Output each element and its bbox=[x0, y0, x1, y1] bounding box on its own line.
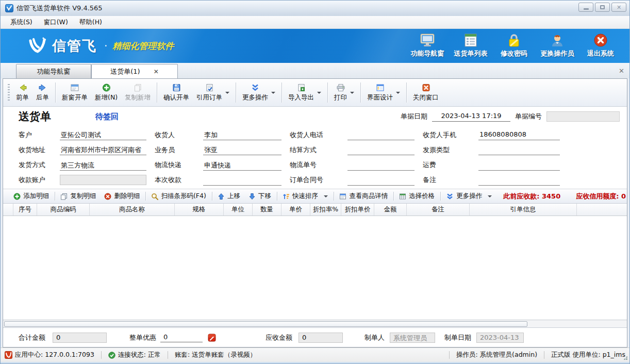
more-actions-button[interactable]: 更多操作 bbox=[239, 80, 279, 105]
column-header-price[interactable]: 单价 bbox=[281, 204, 310, 216]
detail-toolbar: 添加明细 复制明细 删除明细 扫描条形码(F4) 上移 bbox=[3, 189, 627, 204]
title-bar: 信管飞送货单软件 V9.4.565 ✕ bbox=[1, 1, 629, 16]
column-header-ref-info[interactable]: 引单信息 bbox=[470, 204, 577, 216]
maximize-icon bbox=[600, 5, 605, 9]
made-date-label: 制单日期 bbox=[444, 333, 471, 342]
column-header-remark[interactable]: 备注 bbox=[407, 204, 470, 216]
order-discount-label: 整单优惠 bbox=[129, 333, 156, 342]
add-detail-button[interactable]: 添加明细 bbox=[9, 189, 53, 203]
scan-barcode-button[interactable]: 扫描条形码(F4) bbox=[147, 189, 210, 203]
confirm-order-button[interactable]: 确认开单 bbox=[160, 80, 193, 105]
order-no-field[interactable] bbox=[546, 111, 620, 122]
consignee-mobile-field[interactable]: 18608080808 bbox=[478, 129, 560, 140]
scrollbar-thumb[interactable] bbox=[4, 321, 527, 327]
made-date-field: 2023-04-13 bbox=[476, 333, 524, 343]
window-frame-edge bbox=[1, 362, 629, 363]
copy-detail-button[interactable]: 复制明细 bbox=[56, 189, 100, 203]
field-label: 业务员 bbox=[155, 145, 195, 155]
add-icon bbox=[102, 84, 111, 92]
new-window-order-button[interactable]: 新窗开单 bbox=[58, 80, 91, 105]
consignee-field[interactable]: 李加 bbox=[203, 129, 281, 140]
status-separator bbox=[168, 351, 168, 359]
prev-order-button[interactable]: 前单 bbox=[12, 80, 32, 105]
remark-field[interactable] bbox=[478, 175, 560, 186]
list-icon bbox=[463, 34, 478, 47]
menu-help[interactable]: 帮助(H) bbox=[74, 16, 108, 28]
courier-field[interactable]: 申通快递 bbox=[203, 160, 281, 171]
next-order-button[interactable]: 后单 bbox=[32, 80, 53, 105]
reference-order-button[interactable]: 引用订单 bbox=[193, 80, 233, 105]
banner-action-exit[interactable]: 退出系统 bbox=[579, 34, 622, 58]
maximize-button[interactable] bbox=[595, 3, 610, 12]
order-date-field[interactable]: 2023-04-13 17:19 bbox=[432, 112, 510, 122]
banner-action-order-list[interactable]: 送货单列表 bbox=[449, 34, 492, 58]
quick-sort-button[interactable]: 快速排序 bbox=[278, 189, 332, 203]
contract-no-field[interactable] bbox=[347, 175, 415, 186]
order-discount-field[interactable]: 0 bbox=[160, 333, 203, 342]
status-separator bbox=[449, 351, 450, 359]
detail-more-actions-button[interactable]: 更多操作 bbox=[442, 189, 496, 203]
edition-status: 正式版 使用单位: p1_ims bbox=[551, 351, 625, 359]
check-circle-icon bbox=[108, 352, 115, 359]
close-button[interactable]: ✕ bbox=[611, 3, 626, 12]
column-header-product-code[interactable]: 商品编码 bbox=[37, 204, 90, 216]
minimize-button[interactable] bbox=[578, 3, 593, 12]
field-label: 客户 bbox=[19, 130, 52, 140]
import-export-button[interactable]: 导入导出 bbox=[285, 80, 325, 105]
banner-action-label: 送货单列表 bbox=[454, 49, 488, 58]
tab-nav-window[interactable]: 功能导航窗 bbox=[16, 64, 91, 78]
invoice-type-field[interactable] bbox=[478, 144, 560, 155]
consignee-phone-field[interactable] bbox=[347, 129, 415, 140]
select-price-button[interactable]: 选择价格 bbox=[395, 189, 439, 203]
column-header-amount[interactable]: 金额 bbox=[374, 204, 407, 216]
column-header-discount-rate[interactable]: 折扣率% bbox=[310, 204, 341, 216]
tracking-no-field[interactable] bbox=[347, 160, 415, 171]
close-window-button[interactable]: 关闭窗口 bbox=[409, 80, 442, 105]
column-header-seq[interactable]: 序号 bbox=[13, 204, 37, 216]
move-down-button[interactable]: 下移 bbox=[244, 189, 275, 203]
column-header-product-name[interactable]: 商品名称 bbox=[90, 204, 175, 216]
double-chevron-down-icon bbox=[446, 193, 454, 200]
column-header-spec[interactable]: 规格 bbox=[175, 204, 224, 216]
discount-edit-icon[interactable] bbox=[208, 334, 216, 342]
field-label: 物流快递 bbox=[155, 160, 195, 170]
ship-method-field[interactable]: 第三方物流 bbox=[60, 160, 146, 171]
print-button[interactable]: 打印 bbox=[330, 80, 358, 105]
settlement-method-field[interactable] bbox=[347, 144, 415, 155]
menu-system[interactable]: 系统(S) bbox=[5, 16, 38, 28]
payment-field[interactable] bbox=[203, 175, 281, 186]
column-header-discount-price[interactable]: 折扣单价 bbox=[341, 204, 374, 216]
grid-header-row: 序号 商品编码 商品名称 规格 单位 数量 单价 折扣率% 折扣单价 金额 备注… bbox=[3, 204, 627, 216]
menu-window[interactable]: 窗口(W) bbox=[38, 16, 74, 28]
grid-body-empty bbox=[3, 216, 627, 320]
copy-add-button[interactable]: 复制新增 bbox=[121, 80, 154, 105]
move-up-button[interactable]: 上移 bbox=[213, 189, 244, 203]
field-label: 收货地址 bbox=[19, 145, 52, 155]
app-center-status: 应用中心: 127.0.0.1:7093 bbox=[5, 351, 94, 359]
layout-design-icon bbox=[376, 84, 385, 92]
banner-action-nav[interactable]: 功能导航窗 bbox=[406, 34, 449, 58]
banner-action-change-password[interactable]: 修改密码 bbox=[492, 34, 536, 58]
arrow-left-icon bbox=[18, 84, 27, 92]
arrow-up-icon bbox=[218, 193, 225, 200]
banner-action-switch-operator[interactable]: 更换操作员 bbox=[536, 34, 579, 58]
banner-action-label: 修改密码 bbox=[501, 49, 527, 58]
items-grid: 序号 商品编码 商品名称 规格 单位 数量 单价 折扣率% 折扣单价 金额 备注… bbox=[3, 204, 627, 327]
footer-form: 合计金额 0 整单优惠 0 应收金额 0 制单人 系统管理员 制单日期 2023… bbox=[3, 327, 627, 347]
customer-field[interactable]: 亚拓公司测试 bbox=[60, 129, 146, 140]
delete-detail-button[interactable]: 删除明细 bbox=[100, 189, 144, 203]
window-title: 信管飞送货单软件 V9.4.565 bbox=[16, 4, 103, 13]
column-header-qty[interactable]: 数量 bbox=[253, 204, 281, 216]
tab-close-icon[interactable]: ✕ bbox=[154, 68, 159, 75]
horizontal-scrollbar[interactable] bbox=[3, 320, 627, 327]
column-header-unit[interactable]: 单位 bbox=[224, 204, 253, 216]
tab-delivery-order[interactable]: 送货单(1) ✕ bbox=[91, 64, 178, 78]
view-product-detail-button[interactable]: 查看商品详情 bbox=[335, 189, 392, 203]
salesman-field[interactable]: 张亚 bbox=[203, 144, 281, 155]
add-order-button[interactable]: 新增(N) bbox=[91, 80, 121, 105]
tabstrip-close-icon[interactable]: ✕ bbox=[619, 67, 624, 75]
delivery-address-field[interactable]: 河南省郑州市中原区河南省 bbox=[60, 144, 146, 155]
banner-action-label: 更换操作员 bbox=[541, 49, 574, 58]
ui-design-button[interactable]: 界面设计 bbox=[363, 80, 404, 105]
freight-field[interactable] bbox=[478, 160, 560, 171]
